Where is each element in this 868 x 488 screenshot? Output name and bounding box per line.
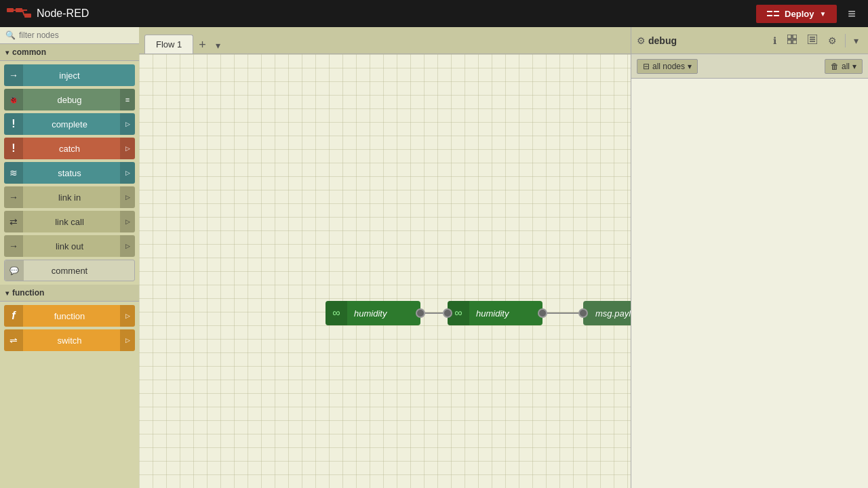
link-in-icon: →: [4, 186, 23, 208]
main-content: 🔍 ▾ common → inject 🐞 debug ≡ ! comple: [0, 27, 868, 488]
svg-rect-13: [793, 40, 797, 44]
node-switch-label: switch: [4, 336, 135, 346]
debug-content-area: [631, 79, 868, 488]
deploy-label: Deploy: [785, 9, 814, 19]
canvas-connections: [139, 54, 631, 488]
node-inject-label: inject: [4, 70, 135, 81]
tab-flow1-label: Flow 1: [156, 39, 182, 49]
function-icon: f: [4, 305, 23, 327]
category-function[interactable]: ▾ function: [0, 285, 139, 302]
node-link-call-label: link call: [4, 217, 135, 227]
canvas-area: Flow 1 + ▾ ∞ humidity: [139, 27, 631, 488]
filter-caret-icon: ▾: [688, 62, 692, 71]
mqtt2-label: humidity: [469, 308, 515, 319]
mqtt1-label: humidity: [347, 308, 393, 319]
inject-icon: →: [4, 64, 23, 86]
svg-rect-12: [787, 40, 791, 44]
status-port-icon: ▷: [120, 162, 135, 184]
hamburger-button[interactable]: ≡: [842, 3, 861, 24]
category-common-label: common: [12, 47, 46, 57]
debug1-label: msg.payload: [589, 308, 631, 319]
clear-label: all: [842, 62, 850, 71]
node-status-label: status: [4, 168, 135, 178]
panel-settings-button[interactable]: ⚙: [824, 33, 841, 49]
status-icon: ≋: [4, 162, 23, 184]
chevron-down-icon: ▾: [5, 49, 9, 56]
node-status[interactable]: ≋ status ▷: [4, 162, 135, 184]
debug-panel-toolbar: ⊟ all nodes ▾ 🗑 all ▾: [631, 54, 868, 79]
node-link-out[interactable]: → link out ▷: [4, 235, 135, 257]
debug-panel-title: debug: [648, 35, 766, 46]
svg-rect-1: [16, 8, 22, 12]
node-comment[interactable]: 💬 comment: [4, 260, 135, 281]
canvas-node-mqtt2[interactable]: ∞ humidity: [448, 301, 542, 325]
debug1-input-port[interactable]: [578, 308, 588, 318]
node-switch[interactable]: ⇌ switch ▷: [4, 329, 135, 351]
deploy-caret: ▼: [819, 10, 826, 18]
svg-rect-11: [793, 35, 797, 39]
link-out-port-icon: ▷: [120, 235, 135, 257]
node-inject[interactable]: → inject: [4, 64, 135, 86]
node-debug-label: debug: [4, 95, 135, 105]
mqtt2-output-port[interactable]: [538, 308, 547, 318]
node-debug[interactable]: 🐞 debug ≡: [4, 89, 135, 110]
filter-all-nodes-button[interactable]: ⊟ all nodes ▾: [637, 59, 698, 74]
category-common[interactable]: ▾ common: [0, 44, 139, 61]
flow-canvas[interactable]: ∞ humidity ∞ humidity: [139, 54, 631, 488]
category-function-label: function: [12, 288, 44, 298]
panel-info-button[interactable]: ℹ: [769, 33, 781, 49]
svg-rect-10: [787, 35, 791, 39]
common-nodes-list: → inject 🐞 debug ≡ ! complete ▷ ! catch …: [0, 61, 139, 285]
panel-separator: [845, 34, 846, 47]
node-link-in-label: link in: [4, 192, 135, 203]
node-function[interactable]: f function ▷: [4, 305, 135, 327]
link-in-port-icon: ▷: [120, 186, 135, 208]
tab-add-button[interactable]: +: [193, 39, 212, 54]
comment-icon: 💬: [5, 260, 24, 281]
tabs-bar: Flow 1 + ▾: [139, 27, 631, 54]
complete-icon: !: [4, 113, 23, 135]
mqtt2-input-port[interactable]: [443, 308, 452, 318]
panel-expand-button[interactable]: ▾: [850, 33, 863, 49]
canvas-node-debug1[interactable]: msg.payload: [583, 301, 631, 325]
logo-icon: [7, 4, 31, 24]
svg-line-5: [22, 10, 24, 16]
clear-caret-icon: ▾: [852, 62, 856, 71]
panel-view-button[interactable]: [783, 32, 801, 49]
filter-icon: ⊟: [643, 62, 650, 71]
catch-port-icon: ▷: [120, 138, 135, 159]
app-header: Node-RED Deploy ▼ ≡: [0, 0, 868, 27]
function-port-icon: ▷: [120, 305, 135, 327]
sidebar: 🔍 ▾ common → inject 🐞 debug ≡ ! comple: [0, 27, 139, 488]
filter-nodes-input[interactable]: [19, 30, 134, 40]
node-comment-label: comment: [5, 266, 134, 276]
clear-all-button[interactable]: 🗑 all ▾: [825, 59, 863, 74]
node-complete-label: complete: [4, 119, 135, 129]
node-link-in[interactable]: → link in ▷: [4, 186, 135, 208]
debug-panel: ⚙ debug ℹ ⚙ ▾ ⊟ all nodes ▾ 🗑 all ▾: [631, 27, 868, 488]
node-catch-label: catch: [4, 144, 135, 154]
deploy-button[interactable]: Deploy ▼: [756, 5, 837, 23]
debug-panel-icon: ⚙: [637, 35, 646, 46]
complete-port-icon: ▷: [120, 113, 135, 135]
mqtt1-output-port[interactable]: [416, 308, 425, 318]
link-call-port-icon: ▷: [120, 211, 135, 232]
debug-panel-header: ⚙ debug ℹ ⚙ ▾: [631, 27, 868, 54]
node-link-call[interactable]: ⇄ link call ▷: [4, 211, 135, 232]
node-function-label: function: [4, 311, 135, 321]
node-complete[interactable]: ! complete ▷: [4, 113, 135, 135]
panel-filter-button[interactable]: [804, 32, 821, 49]
canvas-node-mqtt1[interactable]: ∞ humidity: [326, 301, 420, 325]
filter-label: all nodes: [652, 62, 685, 71]
mqtt1-icon: ∞: [326, 301, 347, 325]
switch-icon: ⇌: [4, 329, 23, 351]
search-icon: 🔍: [5, 30, 16, 40]
tab-expand-button[interactable]: ▾: [212, 40, 224, 54]
function-chevron-icon: ▾: [5, 289, 9, 297]
switch-port-icon: ▷: [120, 329, 135, 351]
tab-flow1[interactable]: Flow 1: [144, 35, 193, 54]
header-right: Deploy ▼ ≡: [756, 3, 861, 24]
node-catch[interactable]: ! catch ▷: [4, 138, 135, 159]
svg-rect-4: [24, 14, 31, 18]
trash-icon: 🗑: [831, 62, 839, 71]
